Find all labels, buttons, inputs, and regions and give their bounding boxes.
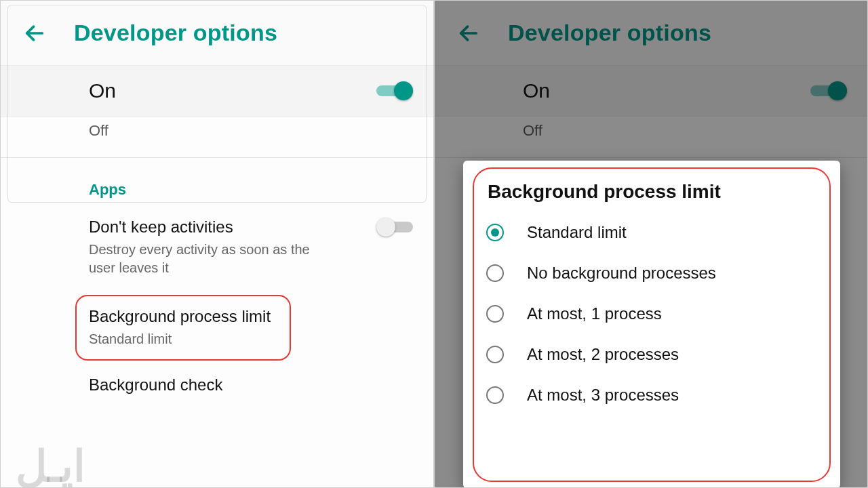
setting-subtitle: Destroy every activity as soon as the us…	[89, 241, 333, 277]
option-no-background-processes[interactable]: No background processes	[481, 253, 823, 293]
appbar: Developer options	[1, 1, 433, 66]
setting-title: Background process limit	[89, 307, 271, 326]
background-process-limit-dialog: Background process limit Standard limit …	[463, 161, 840, 488]
radio-icon	[486, 264, 504, 282]
setting-value: Standard limit	[89, 330, 271, 348]
master-toggle-row[interactable]: On	[1, 66, 433, 117]
option-standard-limit[interactable]: Standard limit	[481, 212, 823, 253]
section-header-apps: Apps	[1, 158, 433, 203]
radio-icon	[486, 386, 504, 404]
right-screenshot: Developer options On Off Background proc…	[434, 0, 868, 488]
back-arrow-icon[interactable]	[18, 22, 51, 45]
option-label: At most, 1 process	[527, 304, 662, 323]
setting-background-check[interactable]: Background check	[1, 363, 433, 394]
dont-keep-toggle[interactable]	[376, 218, 413, 237]
option-at-most-3-processes[interactable]: At most, 3 processes	[481, 375, 823, 415]
appbar-title: Developer options	[74, 20, 277, 46]
option-label: At most, 2 processes	[527, 345, 679, 364]
setting-title: Don't keep activities	[89, 218, 333, 237]
radio-icon	[486, 305, 504, 323]
dialog-title: Background process limit	[488, 181, 818, 203]
option-label: No background processes	[527, 264, 716, 283]
option-at-most-1-process[interactable]: At most, 1 process	[481, 293, 823, 334]
previous-setting-value: Off	[1, 117, 433, 158]
master-toggle[interactable]	[376, 81, 413, 100]
radio-icon	[486, 346, 504, 363]
radio-icon	[486, 224, 504, 241]
option-label: Standard limit	[527, 223, 627, 242]
setting-dont-keep-activities[interactable]: Don't keep activities Destroy every acti…	[1, 203, 433, 292]
left-screenshot: Developer options On Off Apps Don't keep…	[0, 0, 434, 488]
setting-background-process-limit[interactable]: Background process limit Standard limit	[1, 292, 433, 363]
watermark: ايـل	[16, 441, 85, 488]
master-toggle-label: On	[89, 79, 116, 102]
option-label: At most, 3 processes	[527, 386, 679, 405]
option-at-most-2-processes[interactable]: At most, 2 processes	[481, 334, 823, 375]
